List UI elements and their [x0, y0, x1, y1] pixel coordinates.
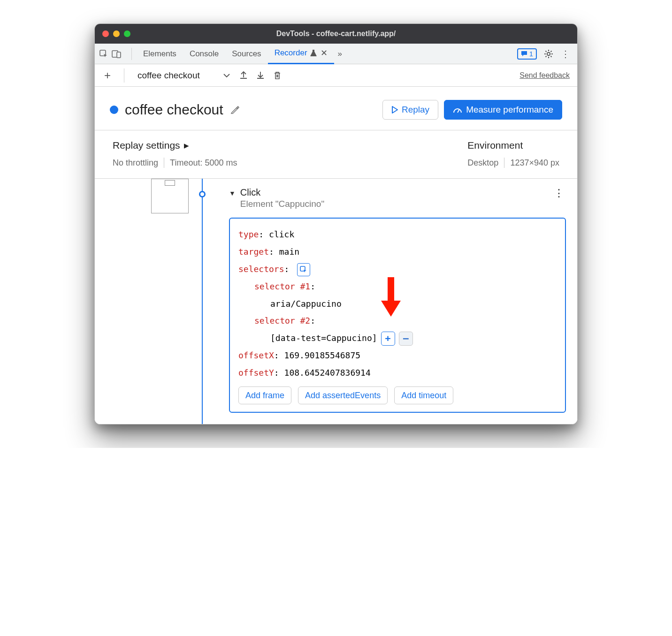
trash-icon [273, 71, 282, 80]
chevron-double-right-icon: » [338, 49, 342, 59]
add-frame-button[interactable]: Add frame [238, 386, 291, 404]
devtools-tabbar: Elements Console Sources Recorder ✕ » 1 … [95, 44, 577, 64]
tab-elements[interactable]: Elements [137, 44, 183, 64]
more-tabs-button[interactable]: » [334, 44, 346, 64]
divider [164, 158, 164, 168]
settings-row: Replay settings▸ No throttling Timeout: … [95, 130, 577, 179]
step-subtitle: Element "Cappucino" [240, 199, 324, 209]
send-feedback-link[interactable]: Send feedback [519, 71, 570, 80]
plus-icon: + [104, 69, 111, 82]
svg-point-3 [547, 52, 550, 55]
export-button[interactable] [238, 70, 249, 81]
environment-settings: Environment Desktop 1237×940 px [467, 140, 559, 168]
step-menu-button[interactable]: ⋮ [554, 187, 564, 199]
issues-badge[interactable]: 1 [517, 48, 537, 60]
recording-selector[interactable]: coffee checkout [136, 70, 232, 81]
add-asserted-events-button[interactable]: Add assertedEvents [298, 386, 388, 404]
tab-label: Elements [143, 49, 176, 59]
replay-settings-toggle[interactable]: Replay settings▸ [113, 140, 237, 151]
close-tab-icon[interactable]: ✕ [321, 48, 328, 58]
tab-recorder[interactable]: Recorder ✕ [268, 44, 334, 64]
divider [124, 68, 124, 83]
recording-status-dot [110, 106, 118, 114]
step-details: ▼ Click Element "Cappucino" ⋮ type: clic… [189, 179, 577, 413]
recording-name: coffee checkout [137, 70, 200, 81]
button-label: Add assertedEvents [305, 391, 381, 401]
new-recording-button[interactable]: + [102, 70, 113, 81]
tab-label: Recorder [275, 48, 307, 58]
field-value[interactable]: 169.90185546875 [284, 350, 361, 360]
field-key: offsetY [238, 368, 274, 378]
add-timeout-button[interactable]: Add timeout [394, 386, 453, 404]
step-title: Click [240, 187, 324, 198]
minus-icon: − [403, 328, 409, 349]
field-key: type [238, 229, 259, 239]
delete-button[interactable] [272, 70, 283, 81]
field-value[interactable]: 108.6452407836914 [284, 368, 371, 378]
device-toggle-icon[interactable] [112, 49, 122, 59]
field-value[interactable]: main [279, 247, 299, 257]
button-label: Measure performance [466, 105, 553, 115]
field-key: selector #1 [254, 281, 310, 291]
measure-performance-button[interactable]: Measure performance [444, 100, 562, 120]
chevron-down-icon [223, 73, 230, 78]
play-icon [391, 106, 398, 114]
field-key: offsetX [238, 350, 274, 360]
tab-sources[interactable]: Sources [225, 44, 267, 64]
badge-count: 1 [529, 50, 533, 58]
tab-console[interactable]: Console [183, 44, 225, 64]
step-editor-panel: type: click target: main selectors: sele… [229, 218, 566, 413]
flask-icon [310, 49, 317, 57]
tab-label: Console [190, 49, 219, 59]
button-label: Add timeout [401, 391, 446, 401]
edit-title-button[interactable] [230, 105, 240, 115]
selector-value[interactable]: aria/Cappucino [270, 299, 342, 309]
field-key: target [238, 247, 269, 257]
upload-icon [239, 71, 248, 80]
inspect-element-icon[interactable] [99, 49, 109, 59]
gear-icon [543, 49, 554, 59]
more-vertical-icon: ⋮ [561, 48, 570, 60]
throttling-value: No throttling [113, 158, 158, 168]
window-title: DevTools - coffee-cart.netlify.app/ [95, 30, 577, 38]
button-label: Replay [402, 105, 429, 115]
replay-settings: Replay settings▸ No throttling Timeout: … [113, 140, 237, 168]
caret-right-icon: ▸ [184, 140, 189, 151]
chat-icon [521, 51, 527, 57]
tab-label: Sources [232, 49, 261, 59]
titlebar: DevTools - coffee-cart.netlify.app/ [95, 24, 577, 44]
more-vertical-icon: ⋮ [554, 187, 564, 199]
svg-rect-2 [117, 52, 121, 58]
viewport-value: 1237×940 px [510, 158, 559, 168]
recording-timeline: ▼ Click Element "Cappucino" ⋮ type: clic… [95, 179, 577, 424]
divider [504, 158, 504, 168]
kebab-menu-button[interactable]: ⋮ [560, 49, 571, 59]
timeout-value: Timeout: 5000 ms [170, 158, 237, 168]
environment-title: Environment [467, 140, 559, 151]
recording-title: coffee checkout [125, 102, 223, 118]
add-selector-button[interactable]: + [381, 332, 395, 346]
import-button[interactable] [255, 70, 266, 81]
field-value[interactable]: click [269, 229, 294, 239]
timeline-thumbnail-col [95, 179, 189, 413]
button-label: Add frame [245, 391, 284, 401]
plus-icon: + [385, 329, 391, 348]
step-screenshot-thumb[interactable] [151, 179, 189, 213]
step-header[interactable]: ▼ Click Element "Cappucino" [229, 187, 566, 209]
divider [131, 48, 132, 60]
remove-selector-button[interactable]: − [399, 332, 413, 346]
field-key: selector #2 [254, 316, 310, 326]
device-value: Desktop [467, 158, 498, 168]
field-key: selectors [238, 264, 284, 274]
settings-button[interactable] [543, 49, 554, 59]
download-icon [256, 71, 265, 80]
picker-icon [300, 266, 307, 273]
devtools-window: DevTools - coffee-cart.netlify.app/ Elem… [94, 23, 578, 424]
recorder-toolbar: + coffee checkout Send feedback [95, 64, 577, 87]
replay-button[interactable]: Replay [382, 100, 438, 120]
element-picker-button[interactable] [297, 263, 310, 276]
caret-down-icon: ▼ [229, 189, 236, 197]
pencil-icon [230, 105, 240, 115]
selector-value[interactable]: [data-test=Cappucino] [270, 330, 377, 347]
gauge-icon [453, 106, 462, 114]
